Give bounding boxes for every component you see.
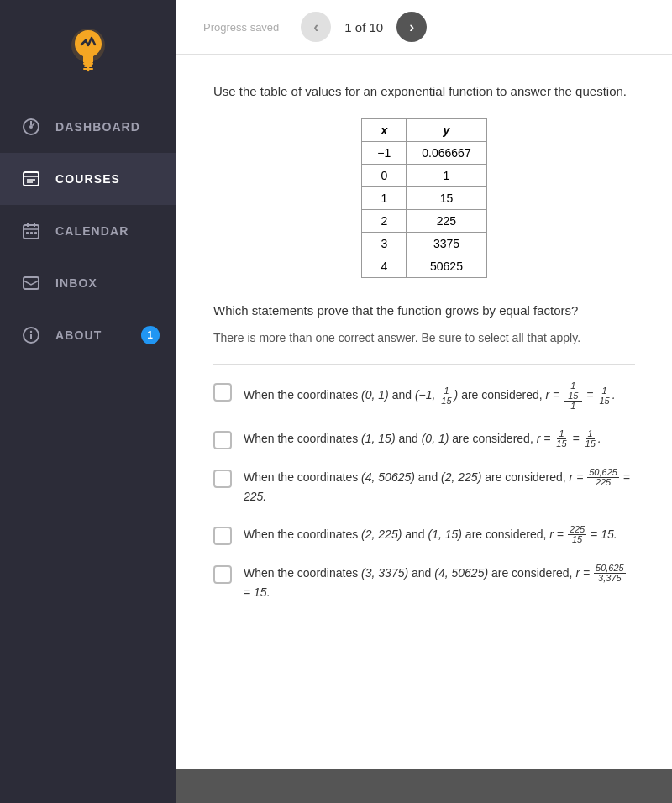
sidebar-item-about[interactable]: ABOUT 1 xyxy=(0,309,176,361)
answer-text-a: When the coordinates (0, 1) and (−1, 115… xyxy=(244,381,616,411)
page-of-text: of xyxy=(355,20,366,34)
about-label: ABOUT xyxy=(55,328,102,342)
question-prompt: Which statements prove that the function… xyxy=(213,302,635,321)
courses-icon xyxy=(20,168,42,190)
dashboard-label: DASHBOARD xyxy=(55,120,140,134)
table-row: 0 1 xyxy=(362,165,486,187)
answer-item-e: When the coordinates (3, 3375) and (4, 5… xyxy=(213,564,635,602)
cell-x: 3 xyxy=(362,233,407,255)
cell-y: 225 xyxy=(407,210,486,233)
table-row: 3 3375 xyxy=(362,233,486,255)
app-logo xyxy=(63,24,113,82)
cell-x: −1 xyxy=(362,142,407,165)
svg-point-6 xyxy=(29,125,33,129)
cell-y: 1 xyxy=(407,165,486,187)
calendar-icon xyxy=(20,220,42,242)
question-area: Use the table of values for an exponenti… xyxy=(176,55,672,769)
sidebar-item-inbox[interactable]: INBOX xyxy=(0,257,176,309)
checkbox-b[interactable] xyxy=(213,431,232,449)
col-x-header: x xyxy=(362,119,407,142)
about-badge: 1 xyxy=(141,326,160,344)
page-indicator: 1 of 10 xyxy=(344,20,383,34)
divider xyxy=(213,364,635,365)
cell-x: 0 xyxy=(362,165,407,187)
answer-item-d: When the coordinates (2, 225) and (1, 15… xyxy=(213,525,635,545)
progress-saved: Progress saved xyxy=(203,21,279,34)
values-table: x y −1 0.066667 0 1 1 15 xyxy=(361,118,486,278)
table-row: 1 15 xyxy=(362,187,486,210)
svg-rect-17 xyxy=(26,232,29,234)
total-pages: 10 xyxy=(370,20,384,34)
svg-rect-20 xyxy=(24,277,39,289)
sidebar-item-dashboard[interactable]: DASHBOARD xyxy=(0,101,176,153)
answer-item-b: When the coordinates (1, 15) and (0, 1) … xyxy=(213,429,635,449)
checkbox-c[interactable] xyxy=(213,470,232,488)
answer-item-a: When the coordinates (0, 1) and (−1, 115… xyxy=(213,381,635,411)
current-page: 1 xyxy=(344,20,351,34)
checkbox-e[interactable] xyxy=(213,565,232,584)
logo-icon xyxy=(63,24,113,74)
sidebar-item-courses[interactable]: COURSES xyxy=(0,153,176,205)
answer-text-c: When the coordinates (4, 50625) and (2, … xyxy=(244,468,635,506)
logo-area xyxy=(0,0,176,101)
svg-rect-9 xyxy=(24,172,39,186)
dashboard-icon xyxy=(20,116,42,138)
sidebar: DASHBOARD COURSES xyxy=(0,0,176,803)
sidebar-item-calendar[interactable]: CALENDAR xyxy=(0,205,176,257)
table-row: −1 0.066667 xyxy=(362,142,486,165)
cell-y: 0.066667 xyxy=(407,142,486,165)
question-sub-prompt: There is more than one correct answer. B… xyxy=(213,329,635,347)
calendar-label: CALENDAR xyxy=(55,224,129,238)
svg-line-8 xyxy=(32,123,34,126)
answer-text-d: When the coordinates (2, 225) and (1, 15… xyxy=(244,525,617,545)
sidebar-nav: DASHBOARD COURSES xyxy=(0,101,176,361)
courses-label: COURSES xyxy=(55,172,120,186)
svg-rect-1 xyxy=(83,62,93,65)
answer-item-c: When the coordinates (4, 50625) and (2, … xyxy=(213,468,635,506)
table-row: 4 50625 xyxy=(362,255,486,278)
cell-y: 3375 xyxy=(407,233,486,255)
prev-button[interactable]: ‹ xyxy=(301,12,331,42)
bottom-bar xyxy=(176,769,672,803)
about-icon xyxy=(20,324,42,346)
cell-x: 2 xyxy=(362,210,407,233)
main-content: Progress saved ‹ 1 of 10 › Use the table… xyxy=(176,0,672,803)
next-button[interactable]: › xyxy=(396,12,427,42)
checkbox-a[interactable] xyxy=(213,383,232,402)
cell-y: 50625 xyxy=(407,255,486,278)
svg-rect-18 xyxy=(30,232,33,234)
svg-point-23 xyxy=(30,331,32,333)
answer-choices: When the coordinates (0, 1) and (−1, 115… xyxy=(213,381,635,602)
col-y-header: y xyxy=(407,119,486,142)
table-container: x y −1 0.066667 0 1 1 15 xyxy=(213,118,635,278)
answer-text-b: When the coordinates (1, 15) and (0, 1) … xyxy=(244,429,601,449)
svg-rect-19 xyxy=(34,232,37,234)
inbox-icon xyxy=(20,272,42,294)
cell-x: 1 xyxy=(362,187,407,210)
table-row: 2 225 xyxy=(362,210,486,233)
answer-text-e: When the coordinates (3, 3375) and (4, 5… xyxy=(244,564,635,602)
question-intro: Use the table of values for an exponenti… xyxy=(213,81,635,102)
cell-x: 4 xyxy=(362,255,407,278)
checkbox-d[interactable] xyxy=(213,527,232,545)
top-bar: Progress saved ‹ 1 of 10 › xyxy=(176,0,672,55)
inbox-label: INBOX xyxy=(55,276,97,290)
cell-y: 15 xyxy=(407,187,486,210)
